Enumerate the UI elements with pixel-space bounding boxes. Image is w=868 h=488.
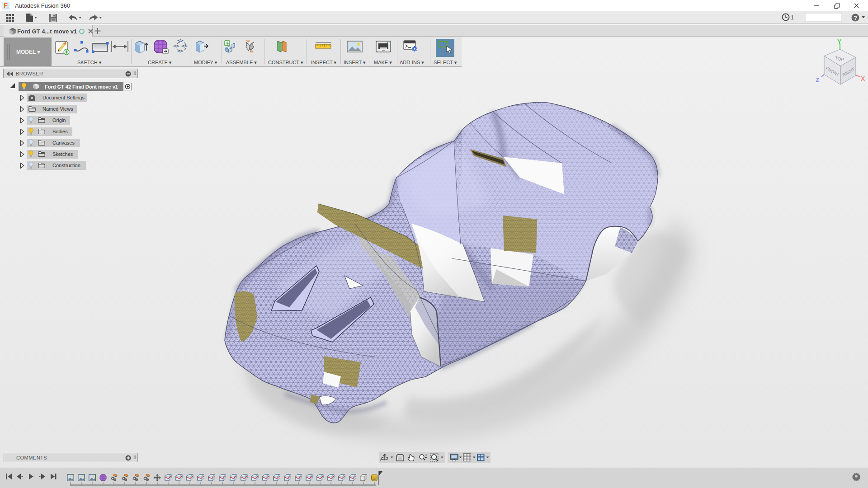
svg-text:X: X [861, 75, 865, 82]
svg-text:Z: Z [816, 76, 820, 84]
svg-text:?: ? [854, 14, 857, 21]
svg-text:1: 1 [791, 14, 794, 21]
svg-text:Y: Y [837, 38, 842, 45]
